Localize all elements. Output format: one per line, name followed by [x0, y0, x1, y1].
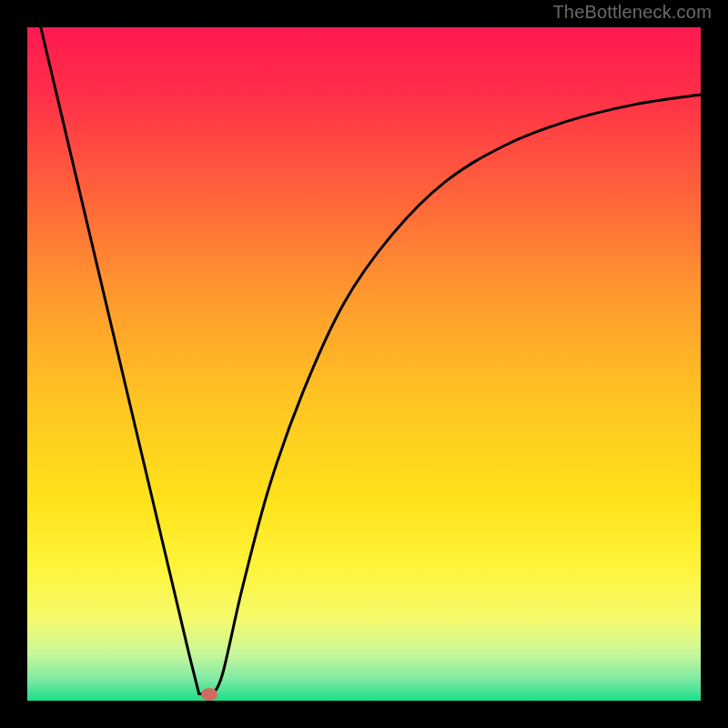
plot-area	[27, 27, 701, 701]
minimum-marker	[201, 688, 217, 701]
curve-layer	[27, 27, 701, 701]
bottleneck-curve	[41, 27, 701, 694]
watermark-text: TheBottleneck.com	[552, 2, 712, 23]
chart-container: TheBottleneck.com	[0, 0, 728, 728]
